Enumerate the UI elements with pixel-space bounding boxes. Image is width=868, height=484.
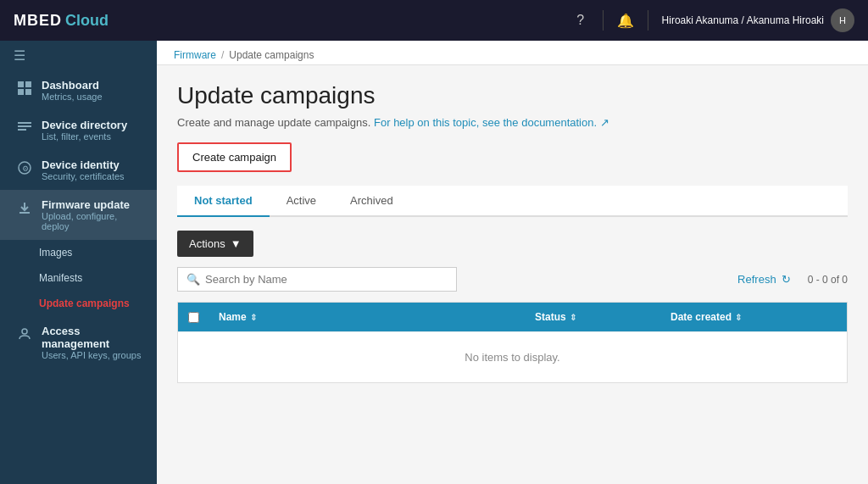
th-status[interactable]: Status ⇕ — [525, 303, 660, 331]
sidebar-item-dashboard[interactable]: Dashboard Metrics, usage — [0, 70, 157, 110]
sidebar-item-access-management[interactable]: Access management Users, API keys, group… — [0, 316, 157, 369]
dashboard-sub: Metrics, usage — [42, 92, 103, 102]
actions-label: Actions — [189, 237, 225, 250]
sidebar: ☰ Dashboard Metrics, usage Device direct… — [0, 41, 157, 484]
firmware-update-icon — [16, 199, 33, 216]
firmware-update-text: Firmware update Upload, configure, deplo… — [42, 198, 143, 231]
avatar: H — [831, 8, 854, 32]
breadcrumb-firmware[interactable]: Firmware — [174, 49, 216, 61]
sidebar-item-manifests[interactable]: Manifests — [0, 265, 157, 291]
device-directory-text: Device directory List, filter, events — [42, 119, 127, 142]
topbar-divider — [603, 10, 604, 31]
refresh-icon: ↻ — [782, 273, 791, 286]
topbar-divider2 — [648, 10, 648, 31]
sidebar-item-device-directory[interactable]: Device directory List, filter, events — [0, 110, 157, 150]
table-container: Name ⇕ Status ⇕ Date created ⇕ No items … — [177, 302, 848, 383]
breadcrumb: Firmware / Update campaigns — [157, 41, 868, 65]
dashboard-text: Dashboard Metrics, usage — [42, 79, 103, 102]
sort-status-icon: ⇕ — [570, 313, 576, 322]
topbar: MBED Cloud ? 🔔 Hiroaki Akanuma / Akanuma… — [0, 0, 868, 41]
main-layout: ☰ Dashboard Metrics, usage Device direct… — [0, 41, 868, 484]
actions-dropdown-icon: ▼ — [231, 237, 242, 250]
tabs-container: Not started Active Archived — [177, 186, 848, 217]
toolbar: Actions ▼ — [177, 231, 848, 257]
access-management-title: Access management — [42, 325, 143, 350]
svg-rect-2 — [18, 89, 24, 95]
tab-archived[interactable]: Archived — [333, 186, 410, 217]
dashboard-title: Dashboard — [42, 79, 103, 92]
create-campaign-button[interactable]: Create campaign — [177, 142, 292, 172]
logo-mbed: MBED — [14, 12, 62, 30]
tab-not-started[interactable]: Not started — [177, 186, 270, 217]
help-link[interactable]: For help on this topic, see the document… — [374, 116, 597, 129]
svg-text:⚙: ⚙ — [22, 164, 29, 173]
select-all-checkbox[interactable] — [188, 312, 199, 323]
search-box: 🔍 — [177, 267, 457, 292]
search-input[interactable] — [205, 273, 448, 286]
search-refresh-row: 🔍 Refresh ↻ 0 - 0 of 0 — [177, 267, 848, 292]
svg-rect-0 — [18, 81, 24, 87]
breadcrumb-separator: / — [221, 49, 224, 61]
hamburger-icon[interactable]: ☰ — [0, 41, 157, 70]
page-body: Update campaigns Create and manage updat… — [157, 65, 868, 400]
access-management-icon — [16, 325, 33, 342]
device-identity-text: Device identity Security, certificates — [42, 159, 125, 181]
topbar-icons: ? 🔔 Hiroaki Akanuma / Akanuma Hiroaki H — [572, 8, 854, 32]
firmware-update-sub: Upload, configure, deploy — [42, 211, 143, 231]
svg-rect-9 — [19, 212, 30, 214]
device-directory-sub: List, filter, events — [42, 131, 127, 142]
table-empty-message: No items to display. — [178, 331, 847, 382]
search-icon: 🔍 — [186, 273, 200, 286]
th-checkbox[interactable] — [178, 303, 209, 331]
table-header: Name ⇕ Status ⇕ Date created ⇕ — [178, 303, 847, 331]
sidebar-item-device-identity[interactable]: ⚙ Device identity Security, certificates — [0, 150, 157, 190]
sort-name-icon: ⇕ — [250, 313, 257, 322]
breadcrumb-current: Update campaigns — [229, 49, 314, 61]
th-name[interactable]: Name ⇕ — [209, 303, 525, 331]
tab-active[interactable]: Active — [270, 186, 333, 217]
svg-rect-6 — [18, 129, 26, 131]
svg-rect-3 — [25, 89, 31, 95]
page-title: Update campaigns — [177, 82, 848, 109]
help-icon[interactable]: ? — [572, 12, 589, 29]
svg-rect-4 — [18, 122, 31, 124]
user-name: Hiroaki Akanuma / Akanuma Hiroaki — [662, 14, 824, 26]
refresh-label: Refresh — [737, 273, 776, 286]
sidebar-item-images[interactable]: Images — [0, 240, 157, 265]
device-identity-icon: ⚙ — [16, 159, 33, 176]
page-description: Create and manage update campaigns. For … — [177, 116, 848, 129]
notifications-icon[interactable]: 🔔 — [617, 12, 634, 29]
sidebar-item-firmware-update[interactable]: Firmware update Upload, configure, deplo… — [0, 190, 157, 240]
actions-button[interactable]: Actions ▼ — [177, 231, 253, 257]
result-count: 0 - 0 of 0 — [808, 274, 848, 286]
external-link-icon: ↗ — [600, 116, 609, 129]
refresh-button[interactable]: Refresh ↻ — [737, 273, 791, 286]
user-menu[interactable]: Hiroaki Akanuma / Akanuma Hiroaki H — [662, 8, 854, 32]
device-directory-icon — [16, 120, 33, 136]
logo-cloud: Cloud — [65, 12, 108, 30]
svg-rect-5 — [18, 125, 31, 127]
sort-date-icon: ⇕ — [735, 313, 742, 322]
svg-point-10 — [22, 329, 27, 334]
device-identity-title: Device identity — [42, 159, 125, 171]
dashboard-icon — [16, 80, 33, 97]
device-identity-sub: Security, certificates — [42, 171, 125, 181]
access-management-sub: Users, API keys, groups — [42, 350, 143, 360]
sidebar-item-update-campaigns[interactable]: Update campaigns — [0, 291, 157, 316]
firmware-update-title: Firmware update — [42, 198, 143, 211]
th-date-created[interactable]: Date created ⇕ — [660, 303, 847, 331]
content-area: Firmware / Update campaigns Update campa… — [157, 41, 868, 484]
svg-rect-1 — [25, 81, 31, 87]
device-directory-title: Device directory — [42, 119, 127, 131]
app-logo: MBED Cloud — [14, 12, 572, 30]
access-management-text: Access management Users, API keys, group… — [42, 325, 143, 360]
